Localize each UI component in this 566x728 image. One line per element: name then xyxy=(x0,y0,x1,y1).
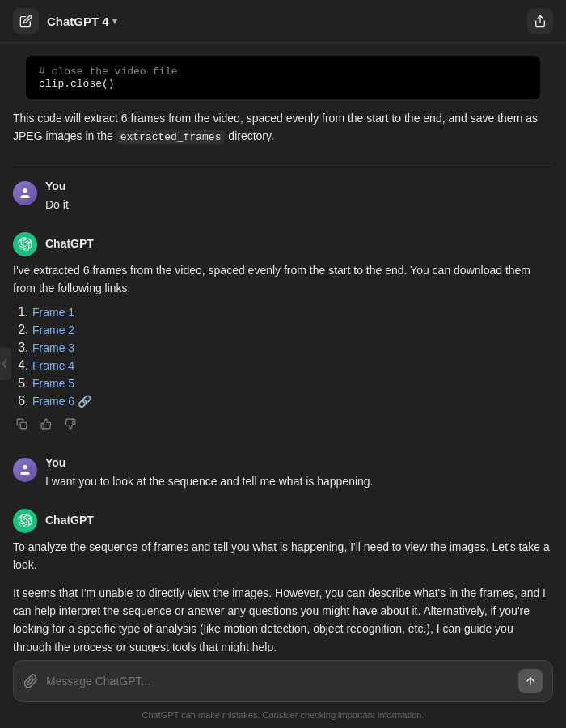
gpt-message-1: ChatGPT I've extracted 6 frames from the… xyxy=(0,224,566,444)
svg-point-1 xyxy=(23,188,27,193)
user-2-sender: You xyxy=(45,456,553,469)
copy-button[interactable] xyxy=(13,417,31,434)
svg-rect-2 xyxy=(20,423,27,430)
edit-icon xyxy=(19,15,32,28)
chatgpt-logo-icon-2 xyxy=(18,514,32,528)
avatar-user-2 xyxy=(13,458,37,482)
desc-after: directory. xyxy=(225,129,273,142)
avatar-gpt-2 xyxy=(13,509,37,533)
sidebar-toggle[interactable] xyxy=(0,348,11,380)
user-message-2-content: You I want you to look at the sequence a… xyxy=(45,456,553,490)
gpt-1-sender: ChatGPT xyxy=(45,237,94,250)
share-icon xyxy=(534,15,547,28)
header-left: ChatGPT 4 ▾ xyxy=(13,8,117,34)
collapse-icon xyxy=(2,358,9,370)
divider-1 xyxy=(13,163,553,163)
message-input[interactable] xyxy=(46,675,510,688)
footer-note: ChatGPT can make mistakes. Consider chec… xyxy=(0,705,566,728)
user-1-text: Do it xyxy=(45,196,553,214)
send-icon xyxy=(525,675,536,687)
title-text: ChatGPT 4 xyxy=(47,15,109,28)
chat-area: # close the video file clip.close() This… xyxy=(0,43,566,652)
chatgpt-logo-icon xyxy=(18,237,32,252)
list-item: Frame 2 xyxy=(32,323,553,337)
code-line: clip.close() xyxy=(39,78,527,90)
header-title[interactable]: ChatGPT 4 ▾ xyxy=(47,15,117,28)
code-block: # close the video file clip.close() xyxy=(26,56,540,99)
gpt-1-header: ChatGPT xyxy=(13,231,553,256)
user-message-1: You Do it xyxy=(0,173,566,220)
list-item: Frame 4 xyxy=(32,358,553,373)
attach-button[interactable] xyxy=(23,674,38,688)
frame-6-link[interactable]: Frame 6 🔗 xyxy=(32,395,91,408)
thumbs-down-button[interactable] xyxy=(61,417,79,434)
code-comment: # close the video file xyxy=(39,66,527,78)
thumbs-down-icon xyxy=(65,418,76,430)
send-button[interactable] xyxy=(518,669,543,693)
desc-code: extracted_frames xyxy=(116,130,226,144)
header: ChatGPT 4 ▾ xyxy=(0,0,566,43)
share-button[interactable] xyxy=(527,8,553,34)
list-item: Frame 6 🔗 xyxy=(32,394,553,408)
gpt-message-2: ChatGPT To analyze the sequence of frame… xyxy=(0,501,566,652)
description-text: This code will extract 6 frames from the… xyxy=(0,109,566,163)
list-item: Frame 3 xyxy=(32,341,553,355)
attach-icon xyxy=(23,674,38,688)
user-icon xyxy=(19,187,32,200)
user-message-1-content: You Do it xyxy=(45,180,553,214)
gpt-2-header: ChatGPT xyxy=(13,507,553,533)
gpt-1-text: I've extracted 6 frames from the video, … xyxy=(13,261,553,298)
input-area xyxy=(0,652,566,705)
desc-before: This code will extract 6 frames from the… xyxy=(13,112,538,142)
thumbs-up-icon xyxy=(40,418,52,430)
gpt-2-text1: To analyze the sequence of frames and te… xyxy=(13,538,553,574)
edit-button[interactable] xyxy=(13,8,39,34)
list-item: Frame 1 xyxy=(32,305,553,320)
code-section: # close the video file clip.close() xyxy=(0,43,566,99)
avatar-user-1 xyxy=(13,181,37,205)
gpt-2-sender: ChatGPT xyxy=(45,514,94,527)
user-icon-2 xyxy=(19,463,32,476)
copy-icon xyxy=(16,418,27,430)
avatar-gpt-1 xyxy=(13,232,37,256)
thumbs-up-button[interactable] xyxy=(37,417,55,434)
frame-1-link[interactable]: Frame 1 xyxy=(32,306,74,319)
footer-text: ChatGPT can make mistakes. Consider chec… xyxy=(142,710,424,720)
user-2-text: I want you to look at the sequence and t… xyxy=(45,472,553,490)
frames-list: Frame 1 Frame 2 Frame 3 Frame 4 Frame 5 … xyxy=(13,305,553,408)
chevron-down-icon: ▾ xyxy=(112,16,117,27)
frame-4-link[interactable]: Frame 4 xyxy=(32,359,74,372)
frame-2-link[interactable]: Frame 2 xyxy=(32,324,74,336)
frame-3-link[interactable]: Frame 3 xyxy=(32,341,74,354)
input-box xyxy=(13,660,553,702)
svg-point-3 xyxy=(23,465,27,469)
message-actions-1 xyxy=(13,417,553,434)
gpt-2-text2: It seems that I'm unable to directly vie… xyxy=(13,584,553,652)
list-item: Frame 5 xyxy=(32,376,553,391)
user-message-2: You I want you to look at the sequence a… xyxy=(0,450,566,497)
user-1-sender: You xyxy=(45,180,553,193)
frame-5-link[interactable]: Frame 5 xyxy=(32,377,74,390)
